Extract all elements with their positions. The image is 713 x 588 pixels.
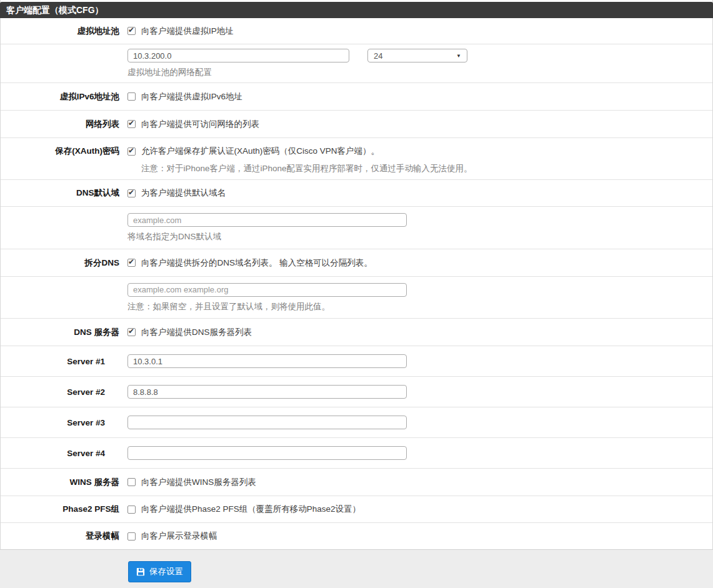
network-list-checkbox[interactable] [127, 120, 136, 128]
pool-network-row: 24 ▼ 虚拟地址池的网络配置 [1, 44, 712, 83]
footer-bar: 保存设置 [0, 550, 713, 588]
checkbox-label: 向客户端提供可访问网络的列表 [141, 119, 259, 130]
netmask-select[interactable]: 24 ▼ [367, 49, 467, 62]
row-label: 拆分DNS [1, 257, 119, 269]
split-dns-checkbox[interactable] [127, 259, 136, 267]
help-text: 将域名指定为DNS默认域 [127, 231, 221, 242]
network-list-row: 网络列表 向客户端提供可访问网络的列表 [1, 111, 712, 138]
virtual-address-pool-row: 虚拟地址池 向客户端提供虚拟IP地址 [1, 18, 712, 44]
xauth-password-row: 保存(XAuth)密码 允许客户端保存扩展认证(XAuth)密码（仅Cisco … [1, 138, 712, 180]
xauth-note: 注意：对于iPhone客户端，通过iPhone配置实用程序部署时，仅通过手动输入… [141, 163, 472, 174]
phase2-pfs-checkbox[interactable] [127, 506, 136, 514]
split-dns-input[interactable] [127, 283, 407, 297]
dns-servers-row: DNS 服务器 向客户端提供DNS服务器列表 [1, 319, 712, 346]
login-banner-row: 登录横幅 向客户展示登录横幅 [1, 523, 712, 549]
save-button-label: 保存设置 [149, 566, 183, 577]
row-label: 网络列表 [1, 119, 119, 130]
row-label: Server #1 [1, 357, 119, 366]
virtual-ipv6-pool-checkbox[interactable] [127, 92, 136, 101]
dns-default-domain-input-row: 将域名指定为DNS默认域 [1, 207, 712, 249]
row-label: 保存(XAuth)密码 [1, 146, 119, 157]
virtual-pool-checkbox[interactable] [127, 27, 136, 35]
chevron-down-icon: ▼ [456, 53, 461, 59]
dns-default-domain-checkbox[interactable] [127, 189, 136, 197]
wins-servers-row: WINS 服务器 向客户端提供WINS服务器列表 [1, 469, 712, 496]
row-label: DNS默认域 [1, 187, 119, 199]
dns-default-domain-row: DNS默认域 为客户端提供默认域名 [1, 180, 712, 207]
dns-server3-input[interactable] [127, 416, 407, 429]
client-config-panel: 客户端配置（模式CFG） 虚拟地址池 向客户端提供虚拟IP地址 24 ▼ 虚拟地… [0, 0, 713, 550]
phase2-pfs-row: Phase2 PFS组 向客户端提供Phase2 PFS组（覆盖所有移动Phas… [1, 496, 712, 523]
dns-server1-row: Server #1 [1, 346, 712, 377]
netmask-value: 24 [374, 51, 382, 61]
floppy-save-icon [136, 567, 145, 576]
dns-servers-checkbox[interactable] [127, 328, 136, 336]
panel-title: 客户端配置（模式CFG） [0, 2, 713, 18]
checkbox-label: 向客户端提供虚拟IPv6地址 [141, 91, 242, 102]
help-text: 注意：如果留空，并且设置了默认域，则将使用此值。 [127, 301, 330, 312]
checkbox-label: 向客户端提供虚拟IP地址 [141, 26, 234, 37]
checkbox-label: 允许客户端保存扩展认证(XAuth)密码（仅Cisco VPN客户端）。 [141, 146, 379, 157]
row-label: 虚拟IPv6地址池 [1, 91, 119, 102]
xauth-password-checkbox[interactable] [127, 147, 136, 156]
row-label: Server #4 [1, 449, 119, 458]
row-label: Server #2 [1, 387, 119, 397]
dns-default-domain-input[interactable] [127, 213, 407, 227]
row-label: DNS 服务器 [1, 327, 119, 338]
split-dns-input-row: 注意：如果留空，并且设置了默认域，则将使用此值。 [1, 277, 712, 319]
checkbox-label: 向客户展示登录横幅 [141, 531, 217, 542]
checkbox-label: 向客户端提供Phase2 PFS组（覆盖所有移动Phase2设置） [141, 504, 361, 515]
dns-server4-input[interactable] [127, 446, 407, 460]
checkbox-label: 向客户端提供拆分的DNS域名列表。 输入空格可以分隔列表。 [141, 257, 372, 269]
row-label: Server #3 [1, 418, 119, 427]
checkbox-label: 为客户端提供默认域名 [141, 187, 226, 199]
row-label: Phase2 PFS组 [1, 504, 119, 515]
dns-server2-row: Server #2 [1, 377, 712, 407]
save-settings-button[interactable]: 保存设置 [128, 561, 191, 582]
login-banner-checkbox[interactable] [127, 532, 136, 541]
dns-server4-row: Server #4 [1, 438, 712, 469]
split-dns-row: 拆分DNS 向客户端提供拆分的DNS域名列表。 输入空格可以分隔列表。 [1, 249, 712, 277]
checkbox-label: 向客户端提供WINS服务器列表 [141, 477, 256, 488]
checkbox-label: 向客户端提供DNS服务器列表 [141, 327, 252, 338]
dns-server3-row: Server #3 [1, 407, 712, 438]
row-label: 虚拟地址池 [1, 26, 119, 37]
wins-servers-checkbox[interactable] [127, 478, 136, 486]
dns-server2-input[interactable] [127, 385, 407, 399]
row-label: 登录横幅 [1, 531, 119, 542]
pool-network-input[interactable] [127, 49, 349, 62]
help-text: 虚拟地址池的网络配置 [127, 67, 212, 78]
row-label: WINS 服务器 [1, 477, 119, 488]
dns-server1-input[interactable] [127, 354, 407, 368]
virtual-ipv6-pool-row: 虚拟IPv6地址池 向客户端提供虚拟IPv6地址 [1, 83, 712, 111]
